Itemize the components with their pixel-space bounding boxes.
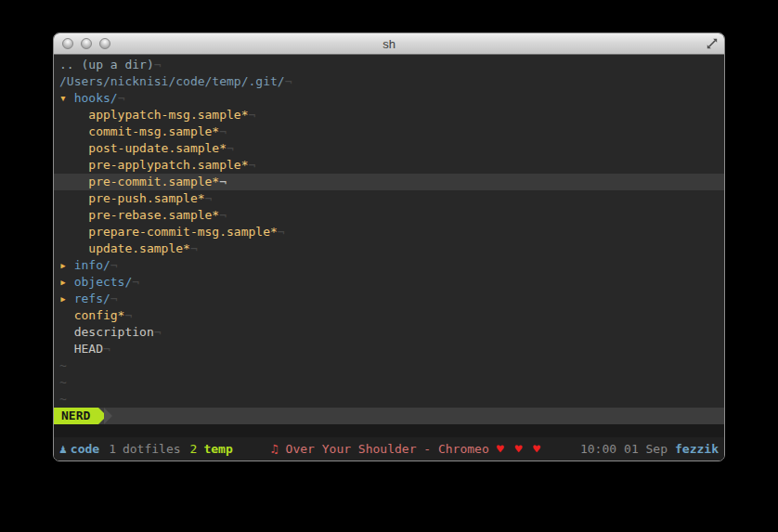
tmux-session-info: ♟ code 1dotfiles2temp (59, 441, 233, 458)
tree-row[interactable]: commit-msg.sample*¬ (54, 123, 724, 140)
tree-row-label: applypatch-msg.sample* (88, 108, 248, 122)
tree-row[interactable]: pre-push.sample*¬ (54, 190, 724, 207)
eol-marker: ¬ (124, 308, 132, 322)
tree-row-label: pre-push.sample* (88, 191, 204, 205)
terminal-window: sh .. (up a dir)¬/Users/nicknisi/code/te… (53, 32, 725, 461)
empty-line: ~ (54, 357, 724, 374)
eol-marker: ¬ (278, 225, 285, 239)
tree-row[interactable]: applypatch-msg.sample*¬ (54, 107, 724, 123)
chevron-right-icon[interactable]: ▸ (59, 258, 74, 272)
tree-row-label: HEAD (74, 342, 103, 356)
tmux-window-list: 1dotfiles2temp (99, 441, 233, 458)
eol-marker: ¬ (249, 158, 256, 172)
chevron-down-icon[interactable]: ▾ (59, 91, 74, 105)
tree-row[interactable]: pre-commit.sample*¬ (54, 174, 724, 190)
eol-marker: ¬ (249, 108, 256, 122)
session-name: code (71, 441, 99, 458)
tilde-marker: ~ (59, 375, 67, 389)
tree-row[interactable]: update.sample*¬ (54, 240, 724, 257)
tree-row[interactable]: ▾ hooks/¬ (54, 90, 724, 107)
tree-row[interactable]: pre-rebase.sample*¬ (54, 207, 724, 224)
tree-row-label: pre-commit.sample* (88, 175, 219, 188)
chevron-right-icon[interactable]: ▸ (59, 292, 74, 305)
window-title: sh (54, 37, 724, 51)
clock-host-info: 10:00 01 Sep fezzik (580, 441, 719, 458)
tree-row[interactable]: pre-applypatch.sample*¬ (54, 157, 724, 174)
eol-marker: ¬ (154, 325, 162, 339)
tree-row-label: pre-applypatch.sample* (88, 158, 248, 172)
eol-marker: ¬ (190, 241, 198, 255)
tree-row-label: description (74, 325, 154, 339)
eol-marker: ¬ (219, 175, 227, 188)
tree-row-label: commit-msg.sample* (88, 124, 219, 138)
eol-marker: ¬ (132, 275, 139, 289)
eol-marker: ¬ (219, 124, 227, 138)
tree-row-label: objects/ (74, 275, 133, 289)
tmux-window-dotfiles[interactable]: 1dotfiles (109, 442, 180, 456)
tmux-window-name: dotfiles (123, 442, 181, 456)
eol-marker: ¬ (285, 74, 292, 88)
tree-row[interactable]: ▸ info/¬ (54, 257, 724, 274)
tree-row[interactable]: HEAD¬ (54, 341, 724, 357)
tree-row[interactable]: description¬ (54, 324, 724, 341)
resize-icon[interactable] (706, 37, 719, 50)
eol-marker: ¬ (103, 342, 110, 356)
tree-row-label: pre-rebase.sample* (88, 208, 219, 222)
tilde-marker: ~ (59, 358, 67, 372)
eol-marker: ¬ (205, 191, 213, 205)
command-line-area (54, 424, 724, 437)
tree-row[interactable]: config*¬ (54, 307, 724, 324)
tree-row[interactable]: prepare-commit-msg.sample*¬ (54, 224, 724, 240)
tree-row-label: refs/ (74, 292, 110, 305)
tree-row[interactable]: ▸ objects/¬ (54, 274, 724, 291)
tree-row-label: /Users/nicknisi/code/temp/.git/ (59, 74, 285, 88)
vim-pane: .. (up a dir)¬/Users/nicknisi/code/temp/… (54, 55, 724, 461)
tmux-window-index: 1 (109, 442, 116, 456)
hostname: fezzik (675, 441, 719, 458)
empty-line: ~ (54, 391, 724, 408)
session-pawn-icon: ♟ (59, 441, 67, 458)
empty-line: ~ (54, 374, 724, 391)
powerline-arrow-icon (104, 408, 112, 424)
tree-row-label: hooks/ (74, 91, 118, 105)
tilde-marker: ~ (59, 392, 67, 406)
tree-row[interactable]: /Users/nicknisi/code/temp/.git/¬ (54, 73, 724, 90)
tree-row-label: .. (up a dir) (59, 58, 154, 71)
nerdtree-file-list: .. (up a dir)¬/Users/nicknisi/code/temp/… (54, 55, 724, 408)
tree-row-label: post-update.sample* (88, 141, 227, 155)
tmux-window-temp[interactable]: 2temp (190, 442, 233, 456)
tree-row-label: info/ (74, 258, 110, 272)
tree-row[interactable]: post-update.sample*¬ (54, 140, 724, 157)
nerdtree-mode-badge: NERD (54, 408, 98, 424)
eol-marker: ¬ (110, 292, 118, 305)
clock: 10:00 (580, 441, 616, 458)
chevron-right-icon[interactable]: ▸ (59, 275, 74, 289)
eol-marker: ¬ (219, 208, 227, 222)
tree-row[interactable]: .. (up a dir)¬ (54, 57, 724, 73)
date: 01 Sep (624, 441, 668, 458)
vim-statusline: NERD (54, 408, 724, 424)
hearts-icon: ♥ ♥ ♥ (497, 441, 542, 458)
tmux-window-name: temp (203, 442, 232, 456)
tmux-status-bar: ♟ code 1dotfiles2temp ♫ Over Your Should… (54, 437, 724, 461)
eol-marker: ¬ (154, 58, 162, 71)
tree-row[interactable]: ▸ refs/¬ (54, 291, 724, 307)
tree-row-label: prepare-commit-msg.sample* (88, 225, 278, 239)
eol-marker: ¬ (110, 258, 118, 272)
music-note-icon: ♫ (271, 441, 279, 458)
eol-marker: ¬ (227, 141, 234, 155)
window-titlebar[interactable]: sh (54, 33, 724, 55)
tree-row-label: update.sample* (88, 241, 190, 255)
eol-marker: ¬ (118, 91, 125, 105)
tmux-window-index: 2 (190, 442, 198, 456)
song-title: Over Your Shoulder - Chromeo (286, 441, 489, 458)
now-playing: ♫ Over Your Shoulder - Chromeo ♥ ♥ ♥ (271, 441, 542, 458)
tree-row-label: config* (74, 308, 125, 322)
